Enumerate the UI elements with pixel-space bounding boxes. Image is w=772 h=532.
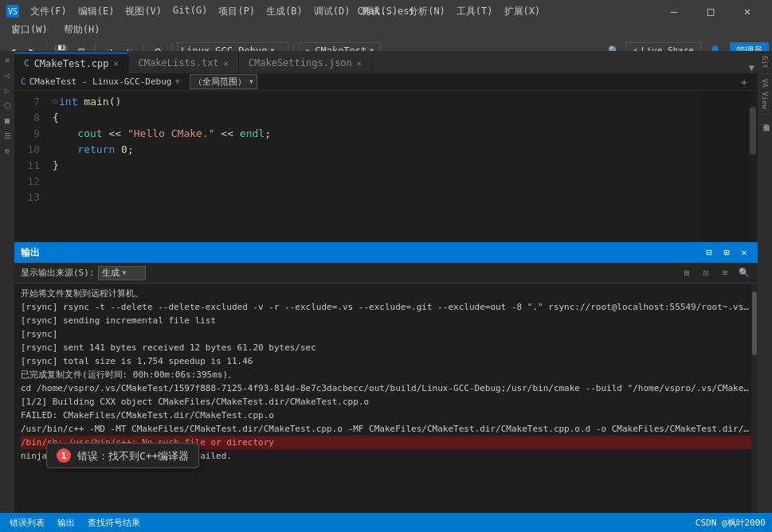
editor-container: C CMakeTest.cpp ✕ CMakeLists.txt ✕ CMake… bbox=[14, 51, 758, 242]
tab-cmakesettings[interactable]: CMakeSettings.json ✕ bbox=[239, 53, 372, 73]
status-error-list[interactable]: 错误列表 bbox=[6, 517, 48, 529]
output-line-10: FAILED: CMakeFiles/CMakeTest.dir/CMakeTe… bbox=[21, 409, 751, 422]
menu-help[interactable]: 帮助(H) bbox=[59, 22, 105, 38]
tab-label-0: CMakeTest.cpp bbox=[34, 58, 109, 69]
code-content[interactable]: ⊟int main() { cout << "Hello CMake." << … bbox=[46, 91, 700, 242]
left-icon-6[interactable]: ☰ bbox=[2, 130, 13, 142]
output-copy-button[interactable]: ⊞ bbox=[680, 266, 694, 280]
left-icon-2[interactable]: ◁ bbox=[3, 69, 11, 81]
output-source-dropdown[interactable]: 生成 ▼ bbox=[98, 266, 146, 280]
error-tooltip: 1 错误：找不到C++编译器 bbox=[46, 443, 199, 468]
menu-git[interactable]: Git(G) bbox=[168, 3, 212, 20]
output-title: 输出 bbox=[21, 246, 40, 260]
status-find-symbols-label: 查找符号结果 bbox=[88, 517, 140, 529]
tab-cmakelists[interactable]: CMakeLists.txt ✕ bbox=[129, 53, 239, 73]
menu-file[interactable]: 文件(F) bbox=[25, 3, 72, 20]
collapse-icon-8[interactable]: ⊟ bbox=[53, 94, 57, 110]
left-icon-1[interactable]: ≡ bbox=[3, 54, 11, 66]
output-line-7: cd /home/vspro/.vs/CMakeTest/1597f888-71… bbox=[21, 381, 751, 395]
output-source-label: 显示输出来源(S): bbox=[21, 267, 95, 279]
menu-build[interactable]: 生成(B) bbox=[261, 3, 308, 20]
output-find-button[interactable]: 🔍 bbox=[737, 266, 751, 280]
status-csdn: CSDN @枫叶2000 bbox=[696, 517, 766, 529]
menu-extensions[interactable]: 扩展(X) bbox=[500, 3, 546, 20]
title-bar: VS 文件(F) 编辑(E) 视图(V) Git(G) 项目(P) 生成(B) … bbox=[0, 0, 772, 22]
code-line-12: } bbox=[53, 158, 694, 174]
breadcrumb-bar: C CMakeTest - Linux-GCC-Debug ▼ （全局范围） ▼… bbox=[14, 73, 758, 91]
breadcrumb-project[interactable]: CMakeTest - Linux-GCC-Debug bbox=[29, 76, 172, 87]
left-icon-7[interactable]: ⊕ bbox=[3, 145, 11, 157]
menu-tools[interactable]: 工具(T) bbox=[452, 3, 498, 20]
status-find-symbols[interactable]: 查找符号结果 bbox=[84, 517, 143, 529]
output-line-0: 开始将文件复制到远程计算机。 bbox=[21, 287, 751, 300]
breadcrumb-icon: C bbox=[21, 76, 26, 87]
left-icon-4[interactable]: ⬡ bbox=[2, 100, 13, 111]
output-line-6: 已完成复制文件(运行时间: 00h:00m:06s:395ms)。 bbox=[21, 368, 751, 381]
output-float-button[interactable]: ⊞ bbox=[719, 245, 734, 260]
minimize-button[interactable]: — bbox=[656, 0, 692, 22]
output-line-3: [rsync] bbox=[21, 327, 751, 341]
maximize-button[interactable]: □ bbox=[692, 0, 729, 22]
line-num-13: 13 bbox=[14, 190, 46, 205]
breadcrumb-sep: ▼ bbox=[174, 76, 180, 87]
editor-scrollbar[interactable] bbox=[748, 91, 758, 242]
right-label-git[interactable]: Git bbox=[760, 51, 770, 74]
app-icon: VS bbox=[6, 5, 19, 18]
breadcrumb-scope[interactable]: （全局范围） ▼ bbox=[190, 74, 257, 89]
error-tooltip-text: 错误：找不到C++编译器 bbox=[77, 449, 189, 463]
tab-overflow-arrow[interactable]: ▼ bbox=[746, 62, 758, 73]
menu-debug[interactable]: 调试(D) bbox=[309, 3, 355, 20]
status-output[interactable]: 输出 bbox=[54, 517, 78, 529]
minimap bbox=[700, 91, 748, 242]
tab-label-2: CMakeSettings.json bbox=[249, 57, 352, 68]
tab-cmaketest-cpp[interactable]: C CMakeTest.cpp ✕ bbox=[14, 53, 129, 73]
output-title-controls: ⊟ ⊞ ✕ bbox=[702, 245, 751, 260]
code-line-11: return 0; bbox=[53, 142, 694, 158]
output-title-bar: 输出 ⊟ ⊞ ✕ bbox=[14, 242, 758, 263]
line-numbers: 7 8 9 10 11 12 13 bbox=[14, 91, 46, 242]
output-clear-button[interactable]: ⊡ bbox=[699, 266, 713, 280]
title-bar-left: VS 文件(F) 编辑(E) 视图(V) Git(G) 项目(P) 生成(B) … bbox=[6, 3, 545, 20]
tab-label-1: CMakeLists.txt bbox=[139, 57, 219, 68]
output-close-button[interactable]: ✕ bbox=[737, 245, 751, 260]
line-num-9: 9 bbox=[14, 126, 46, 142]
code-line-9: { bbox=[53, 110, 694, 126]
line-num-8: 8 bbox=[14, 110, 46, 126]
output-source-value: 生成 bbox=[102, 267, 120, 279]
menu-bar: 文件(F) 编辑(E) 视图(V) Git(G) 项目(P) 生成(B) 调试(… bbox=[25, 3, 545, 20]
menu-edit[interactable]: 编辑(E) bbox=[73, 3, 120, 20]
menu-view[interactable]: 视图(V) bbox=[120, 3, 167, 20]
output-scrollbar[interactable] bbox=[751, 284, 758, 513]
right-label-edit[interactable]: 常用编辑操作 bbox=[760, 115, 770, 125]
status-error-list-label: 错误列表 bbox=[10, 517, 45, 529]
close-button[interactable]: ✕ bbox=[729, 0, 766, 22]
right-sidebar: Git VA View 常用编辑操作 bbox=[758, 51, 772, 513]
output-line-11: /usr/bin/c++ -MD -MT CMakeFiles/CMakeTes… bbox=[21, 422, 751, 436]
line-num-11: 11 bbox=[14, 158, 46, 174]
status-bar: 错误列表 输出 查找符号结果 CSDN @枫叶2000 bbox=[0, 513, 772, 532]
title-bar-controls: — □ ✕ bbox=[656, 0, 766, 22]
left-icon-5[interactable]: ■ bbox=[3, 115, 11, 127]
output-content[interactable]: 开始将文件复制到远程计算机。 [rsync] rsync -t --delete… bbox=[14, 284, 758, 513]
left-sidebar: ≡ ◁ ▷ ⬡ ■ ☰ ⊕ bbox=[0, 51, 14, 513]
left-icon-3[interactable]: ▷ bbox=[3, 84, 11, 96]
split-editor-button[interactable]: + bbox=[737, 75, 751, 89]
right-label-va[interactable]: VA View bbox=[760, 74, 770, 115]
tab-close-1[interactable]: ✕ bbox=[224, 59, 229, 68]
menu-window[interactable]: 窗口(W) bbox=[6, 22, 53, 38]
line-num-7: 7 bbox=[14, 94, 46, 110]
output-toolbar: 显示输出来源(S): 生成 ▼ ⊞ ⊡ ≡ 🔍 bbox=[14, 263, 758, 284]
output-wrap-button[interactable]: ≡ bbox=[718, 266, 732, 280]
tab-close-2[interactable]: ✕ bbox=[357, 59, 362, 68]
tab-close-0[interactable]: ✕ bbox=[114, 59, 119, 68]
tab-bar: C CMakeTest.cpp ✕ CMakeLists.txt ✕ CMake… bbox=[14, 51, 758, 73]
code-editor: 7 8 9 10 11 12 13 ⊟int main() { cout << … bbox=[14, 91, 758, 242]
output-undock-button[interactable]: ⊟ bbox=[702, 245, 716, 260]
menu-project[interactable]: 项目(P) bbox=[214, 3, 260, 20]
tab-icon-cpp: C bbox=[24, 58, 29, 68]
output-line-5: [rsync] total size is 1,754 speedup is 1… bbox=[21, 354, 751, 368]
output-line-2: [rsync] sending incremental file list bbox=[21, 314, 751, 327]
output-source-arrow: ▼ bbox=[123, 269, 127, 276]
output-line-1: [rsync] rsync -t --delete --delete-exclu… bbox=[21, 300, 751, 314]
error-badge: 1 bbox=[57, 448, 71, 463]
